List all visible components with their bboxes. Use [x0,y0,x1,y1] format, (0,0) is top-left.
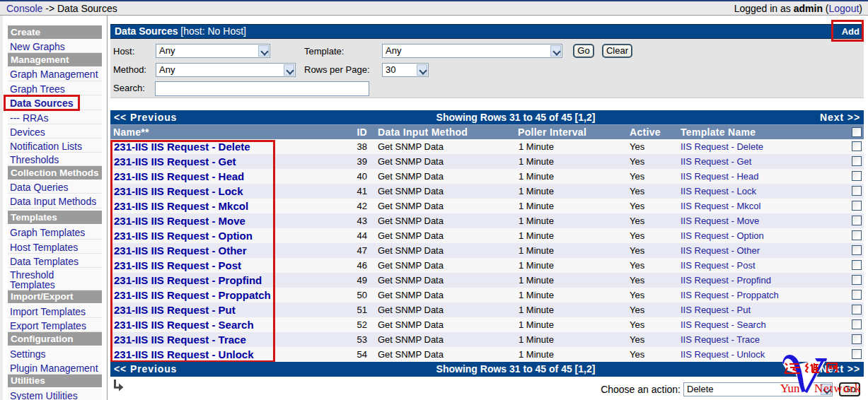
svg-text:Network: Network [814,382,861,395]
svg-text:Yun: Yun [780,382,800,395]
